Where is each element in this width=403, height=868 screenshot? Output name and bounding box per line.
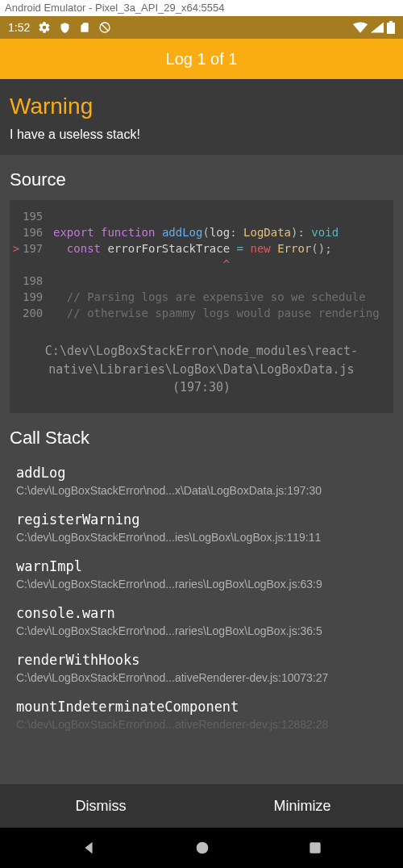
svg-rect-4 [310, 842, 320, 853]
stack-function: console.warn [16, 605, 387, 621]
recents-icon[interactable] [307, 840, 323, 856]
signal-icon [371, 22, 384, 33]
wifi-icon [353, 22, 368, 33]
error-caret: ^ [53, 258, 393, 271]
stack-frame[interactable]: addLog C:\dev\LogBoxStackError\nod...x\D… [10, 458, 393, 505]
current-line-mark: > [10, 242, 23, 255]
stack-path: C:\dev\LogBoxStackError\nod...raries\Log… [16, 624, 387, 637]
warning-section: Warning I have a useless stack! [0, 79, 403, 155]
status-time: 1:52 [8, 21, 30, 34]
battery-icon [387, 21, 395, 34]
callstack-section-title: Call Stack [0, 413, 403, 458]
line-number: 197 [23, 242, 53, 255]
call-stack-list[interactable]: addLog C:\dev\LogBoxStackError\nod...x\D… [0, 458, 403, 785]
gear-icon [38, 21, 51, 34]
stack-frame[interactable]: renderWithHooks C:\dev\LogBoxStackError\… [10, 645, 393, 692]
device-frame: 1:52 Log 1 of [0, 16, 403, 868]
stack-function: mountIndeterminateComponent [16, 699, 387, 715]
stack-path: C:\dev\LogBoxStackError\nod...ativeRende… [16, 671, 387, 684]
android-nav-bar [0, 828, 403, 868]
log-counter: Log 1 of 1 [166, 50, 238, 69]
action-bar: Dismiss Minimize [0, 784, 403, 828]
line-number: 195 [23, 210, 53, 223]
source-file-path: C:\dev\LogBoxStackError\node_modules\rea… [10, 329, 393, 413]
stack-frame[interactable]: warnImpl C:\dev\LogBoxStackError\nod...r… [10, 552, 393, 599]
source-section-title: Source [0, 155, 403, 200]
warning-message: I have a useless stack! [10, 127, 393, 142]
stack-function: addLog [16, 465, 387, 481]
svg-rect-1 [387, 23, 395, 34]
line-number: 200 [23, 307, 53, 319]
line-number: 198 [23, 274, 53, 287]
minimize-button[interactable]: Minimize [202, 784, 403, 828]
home-icon[interactable] [193, 839, 211, 857]
back-icon[interactable] [80, 839, 98, 857]
log-header: Log 1 of 1 [0, 39, 403, 79]
line-number: 199 [23, 290, 53, 303]
stack-path: C:\dev\LogBoxStackError\nod...ativeRende… [16, 718, 387, 731]
stack-path: C:\dev\LogBoxStackError\nod...x\Data\Log… [16, 484, 387, 497]
android-status-bar: 1:52 [0, 16, 403, 39]
emulator-window-title: Android Emulator - Pixel_3a_API_29_x64:5… [0, 0, 403, 16]
stack-path: C:\dev\LogBoxStackError\nod...ies\LogBox… [16, 531, 387, 544]
svg-rect-2 [389, 21, 393, 23]
warning-title: Warning [10, 94, 393, 119]
stack-frame[interactable]: console.warn C:\dev\LogBoxStackError\nod… [10, 599, 393, 645]
stack-frame[interactable]: registerWarning C:\dev\LogBoxStackError\… [10, 505, 393, 552]
stack-function: warnImpl [16, 558, 387, 574]
log-content[interactable]: Warning I have a useless stack! Source 1… [0, 79, 403, 784]
stack-function: renderWithHooks [16, 652, 387, 668]
stack-path: C:\dev\LogBoxStackError\nod...raries\Log… [16, 578, 387, 590]
source-code-block: 195 196export function addLog(log: LogDa… [10, 200, 393, 413]
line-number: 196 [23, 226, 53, 239]
stack-frame[interactable]: mountIndeterminateComponent C:\dev\LogBo… [10, 692, 393, 739]
shield-icon [59, 22, 71, 34]
svg-point-3 [197, 842, 209, 854]
sd-card-icon [79, 22, 90, 33]
dismiss-button[interactable]: Dismiss [0, 784, 202, 828]
stack-function: registerWarning [16, 511, 387, 528]
no-sim-icon [98, 21, 111, 34]
